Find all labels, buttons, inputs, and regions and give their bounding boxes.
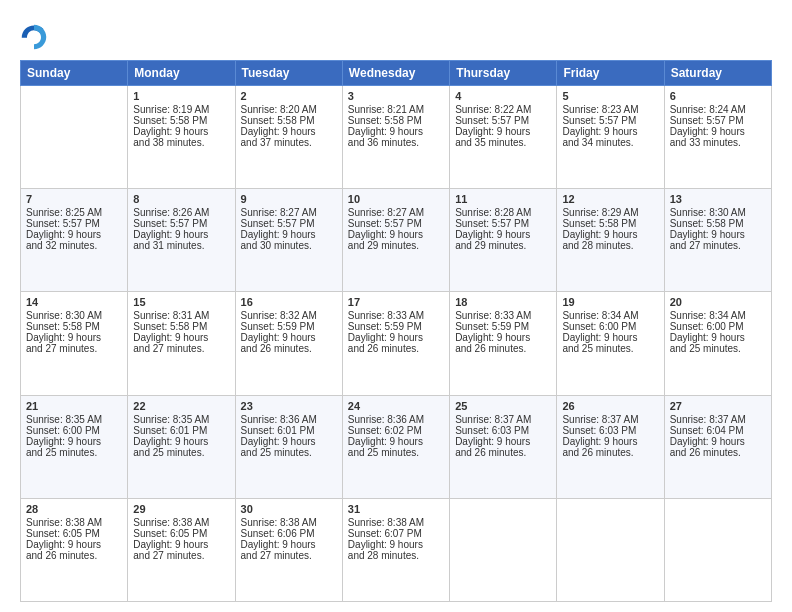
- day-info: and 29 minutes.: [348, 240, 444, 251]
- day-info: Sunrise: 8:34 AM: [562, 310, 658, 321]
- day-number: 19: [562, 296, 658, 308]
- day-cell: 19Sunrise: 8:34 AMSunset: 6:00 PMDayligh…: [557, 292, 664, 395]
- calendar-table: SundayMondayTuesdayWednesdayThursdayFrid…: [20, 60, 772, 602]
- day-info: Sunrise: 8:30 AM: [670, 207, 766, 218]
- day-cell: 10Sunrise: 8:27 AMSunset: 5:57 PMDayligh…: [342, 189, 449, 292]
- day-info: Sunrise: 8:24 AM: [670, 104, 766, 115]
- day-cell: 16Sunrise: 8:32 AMSunset: 5:59 PMDayligh…: [235, 292, 342, 395]
- day-info: Sunrise: 8:37 AM: [455, 414, 551, 425]
- day-cell: 30Sunrise: 8:38 AMSunset: 6:06 PMDayligh…: [235, 498, 342, 601]
- day-info: Sunset: 5:57 PM: [26, 218, 122, 229]
- day-info: Daylight: 9 hours: [348, 539, 444, 550]
- weekday-saturday: Saturday: [664, 61, 771, 86]
- day-number: 21: [26, 400, 122, 412]
- logo-icon: [20, 22, 48, 50]
- day-info: Sunset: 6:07 PM: [348, 528, 444, 539]
- day-cell: 25Sunrise: 8:37 AMSunset: 6:03 PMDayligh…: [450, 395, 557, 498]
- day-info: and 26 minutes.: [241, 343, 337, 354]
- day-number: 27: [670, 400, 766, 412]
- day-info: Daylight: 9 hours: [241, 126, 337, 137]
- day-info: Daylight: 9 hours: [562, 126, 658, 137]
- day-info: Sunset: 5:58 PM: [348, 115, 444, 126]
- day-info: Sunset: 5:58 PM: [562, 218, 658, 229]
- day-number: 11: [455, 193, 551, 205]
- day-info: Daylight: 9 hours: [26, 229, 122, 240]
- day-info: and 27 minutes.: [133, 343, 229, 354]
- day-info: Daylight: 9 hours: [241, 332, 337, 343]
- day-info: Sunset: 6:01 PM: [133, 425, 229, 436]
- day-cell: 3Sunrise: 8:21 AMSunset: 5:58 PMDaylight…: [342, 86, 449, 189]
- day-info: Sunrise: 8:20 AM: [241, 104, 337, 115]
- day-info: Sunrise: 8:19 AM: [133, 104, 229, 115]
- day-cell: 22Sunrise: 8:35 AMSunset: 6:01 PMDayligh…: [128, 395, 235, 498]
- day-info: Sunrise: 8:38 AM: [348, 517, 444, 528]
- day-number: 29: [133, 503, 229, 515]
- day-cell: 23Sunrise: 8:36 AMSunset: 6:01 PMDayligh…: [235, 395, 342, 498]
- day-info: Daylight: 9 hours: [26, 332, 122, 343]
- day-info: Daylight: 9 hours: [133, 539, 229, 550]
- day-info: and 36 minutes.: [348, 137, 444, 148]
- day-number: 10: [348, 193, 444, 205]
- day-info: Sunrise: 8:27 AM: [348, 207, 444, 218]
- day-info: Sunrise: 8:35 AM: [133, 414, 229, 425]
- day-info: and 25 minutes.: [348, 447, 444, 458]
- day-number: 31: [348, 503, 444, 515]
- weekday-header-row: SundayMondayTuesdayWednesdayThursdayFrid…: [21, 61, 772, 86]
- day-info: Sunset: 5:59 PM: [455, 321, 551, 332]
- day-cell: 17Sunrise: 8:33 AMSunset: 5:59 PMDayligh…: [342, 292, 449, 395]
- day-info: Daylight: 9 hours: [133, 126, 229, 137]
- day-number: 7: [26, 193, 122, 205]
- day-info: Sunrise: 8:38 AM: [133, 517, 229, 528]
- day-number: 13: [670, 193, 766, 205]
- day-info: Sunset: 5:57 PM: [455, 115, 551, 126]
- day-info: Sunrise: 8:22 AM: [455, 104, 551, 115]
- day-info: Daylight: 9 hours: [670, 229, 766, 240]
- day-info: Sunset: 6:00 PM: [670, 321, 766, 332]
- day-number: 6: [670, 90, 766, 102]
- day-info: Sunset: 5:58 PM: [133, 321, 229, 332]
- day-info: Daylight: 9 hours: [133, 436, 229, 447]
- day-cell: 21Sunrise: 8:35 AMSunset: 6:00 PMDayligh…: [21, 395, 128, 498]
- day-cell: 12Sunrise: 8:29 AMSunset: 5:58 PMDayligh…: [557, 189, 664, 292]
- day-cell: 18Sunrise: 8:33 AMSunset: 5:59 PMDayligh…: [450, 292, 557, 395]
- day-cell: 1Sunrise: 8:19 AMSunset: 5:58 PMDaylight…: [128, 86, 235, 189]
- calendar-page: SundayMondayTuesdayWednesdayThursdayFrid…: [0, 0, 792, 612]
- day-info: Sunrise: 8:38 AM: [241, 517, 337, 528]
- day-cell: [557, 498, 664, 601]
- day-number: 5: [562, 90, 658, 102]
- day-info: Sunrise: 8:33 AM: [348, 310, 444, 321]
- day-cell: 24Sunrise: 8:36 AMSunset: 6:02 PMDayligh…: [342, 395, 449, 498]
- day-info: Daylight: 9 hours: [348, 332, 444, 343]
- day-info: Sunrise: 8:23 AM: [562, 104, 658, 115]
- weekday-thursday: Thursday: [450, 61, 557, 86]
- day-cell: 7Sunrise: 8:25 AMSunset: 5:57 PMDaylight…: [21, 189, 128, 292]
- day-number: 1: [133, 90, 229, 102]
- day-info: Sunrise: 8:36 AM: [241, 414, 337, 425]
- day-info: and 30 minutes.: [241, 240, 337, 251]
- day-info: and 26 minutes.: [348, 343, 444, 354]
- day-info: and 33 minutes.: [670, 137, 766, 148]
- day-cell: [21, 86, 128, 189]
- day-number: 14: [26, 296, 122, 308]
- week-row-1: 1Sunrise: 8:19 AMSunset: 5:58 PMDaylight…: [21, 86, 772, 189]
- day-info: Sunset: 5:57 PM: [241, 218, 337, 229]
- day-info: and 27 minutes.: [133, 550, 229, 561]
- day-cell: 29Sunrise: 8:38 AMSunset: 6:05 PMDayligh…: [128, 498, 235, 601]
- day-cell: 28Sunrise: 8:38 AMSunset: 6:05 PMDayligh…: [21, 498, 128, 601]
- day-cell: [450, 498, 557, 601]
- day-info: Sunrise: 8:38 AM: [26, 517, 122, 528]
- week-row-3: 14Sunrise: 8:30 AMSunset: 5:58 PMDayligh…: [21, 292, 772, 395]
- day-info: Daylight: 9 hours: [348, 229, 444, 240]
- day-info: Sunrise: 8:30 AM: [26, 310, 122, 321]
- day-info: Sunrise: 8:32 AM: [241, 310, 337, 321]
- day-info: Sunrise: 8:31 AM: [133, 310, 229, 321]
- day-info: Sunset: 6:05 PM: [26, 528, 122, 539]
- day-info: Sunrise: 8:21 AM: [348, 104, 444, 115]
- weekday-wednesday: Wednesday: [342, 61, 449, 86]
- day-number: 26: [562, 400, 658, 412]
- day-info: and 26 minutes.: [562, 447, 658, 458]
- day-info: Sunset: 6:04 PM: [670, 425, 766, 436]
- day-info: and 27 minutes.: [670, 240, 766, 251]
- day-info: and 27 minutes.: [241, 550, 337, 561]
- day-info: Sunset: 6:02 PM: [348, 425, 444, 436]
